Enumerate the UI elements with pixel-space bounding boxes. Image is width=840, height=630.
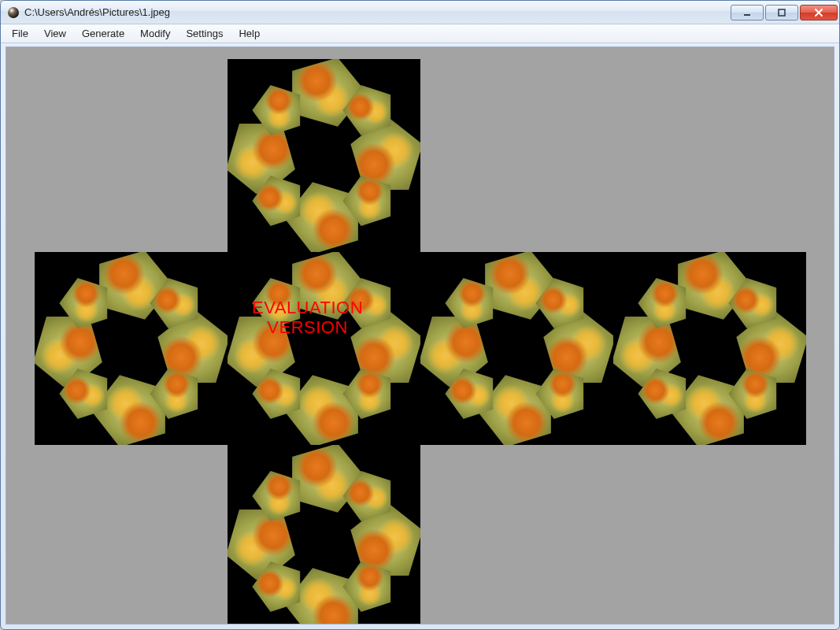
kaleidoscope-tile <box>96 313 167 384</box>
kaleidoscope-tile <box>482 313 553 384</box>
cube-face-right <box>420 252 613 445</box>
application-window: C:\Users\Andrés\Pictures\1.jpeg File Vie… <box>0 0 840 630</box>
menu-modify[interactable]: Modify <box>132 24 178 43</box>
menu-settings[interactable]: Settings <box>178 24 231 43</box>
cube-face-front <box>228 252 420 445</box>
menu-help[interactable]: Help <box>231 24 268 43</box>
minimize-button[interactable] <box>731 5 764 20</box>
menu-generate[interactable]: Generate <box>74 24 132 43</box>
svg-rect-2 <box>779 9 785 16</box>
menu-view[interactable]: View <box>36 24 74 43</box>
window-title: C:\Users\Andrés\Pictures\1.jpeg <box>24 6 729 18</box>
window-controls <box>729 5 838 20</box>
client-area: EVALUATION VERSION <box>6 46 834 624</box>
menu-file[interactable]: File <box>4 24 36 43</box>
cube-face-back <box>613 252 806 445</box>
kaleidoscope-tile <box>289 313 360 384</box>
close-button[interactable] <box>800 5 838 20</box>
cube-face-left <box>35 252 228 445</box>
kaleidoscope-tile <box>675 313 746 384</box>
titlebar[interactable]: C:\Users\Andrés\Pictures\1.jpeg <box>1 1 839 24</box>
image-canvas[interactable]: EVALUATION VERSION <box>6 47 834 624</box>
kaleidoscope-tile <box>289 506 360 577</box>
sphere-icon <box>7 6 20 19</box>
menu-bar: File View Generate Modify Settings Help <box>1 24 839 43</box>
kaleidoscope-tile <box>289 120 360 191</box>
svg-rect-1 <box>744 14 750 16</box>
cube-face-bottom <box>228 445 420 624</box>
cube-net <box>35 59 806 624</box>
maximize-button[interactable] <box>765 5 798 20</box>
cube-face-top <box>228 59 420 252</box>
svg-point-0 <box>8 7 19 18</box>
